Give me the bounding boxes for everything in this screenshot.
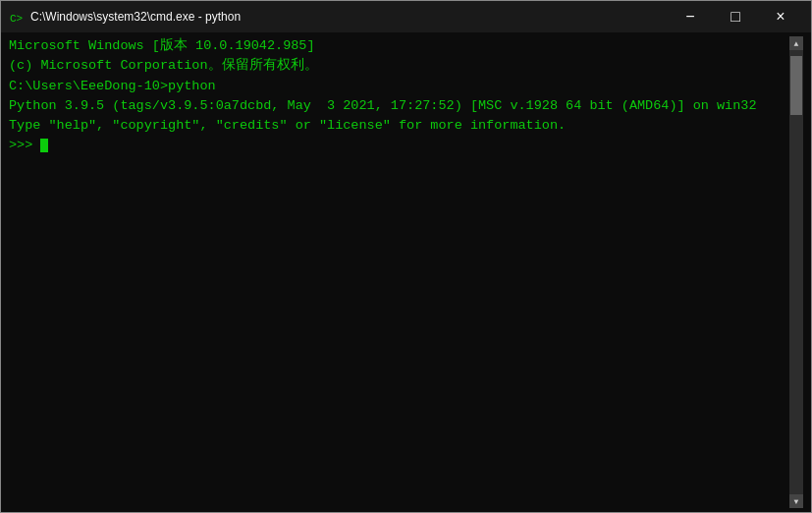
cmd-icon: C>: [9, 9, 25, 25]
close-button[interactable]: ×: [758, 1, 803, 32]
scrollbar-down-arrow[interactable]: ▼: [789, 494, 803, 508]
console-line: Type "help", "copyright", "credits" or "…: [9, 116, 789, 136]
console-output: Microsoft Windows [版本 10.0.19042.985](c)…: [9, 36, 789, 508]
console-line: C:\Users\EeeDong-10>python: [9, 77, 789, 96]
title-bar: C> C:\Windows\system32\cmd.exe - python …: [1, 1, 811, 32]
svg-text:C>: C>: [10, 13, 23, 25]
console-line: Microsoft Windows [版本 10.0.19042.985]: [9, 36, 789, 56]
window-title: C:\Windows\system32\cmd.exe - python: [30, 10, 668, 24]
cmd-window: C> C:\Windows\system32\cmd.exe - python …: [0, 0, 812, 513]
console-line: Python 3.9.5 (tags/v3.9.5:0a7dcbd, May 3…: [9, 96, 789, 116]
console-body[interactable]: Microsoft Windows [版本 10.0.19042.985](c)…: [1, 32, 811, 512]
scrollbar-thumb[interactable]: [790, 56, 802, 115]
console-line: (c) Microsoft Corporation。保留所有权利。: [9, 56, 789, 76]
scrollbar-up-arrow[interactable]: ▲: [789, 36, 803, 50]
console-line: >>>: [9, 136, 789, 155]
console-cursor: [40, 139, 48, 152]
minimize-button[interactable]: −: [668, 1, 713, 32]
maximize-button[interactable]: □: [713, 1, 758, 32]
scrollbar[interactable]: ▲ ▼: [789, 36, 803, 508]
window-controls: − □ ×: [668, 1, 803, 32]
